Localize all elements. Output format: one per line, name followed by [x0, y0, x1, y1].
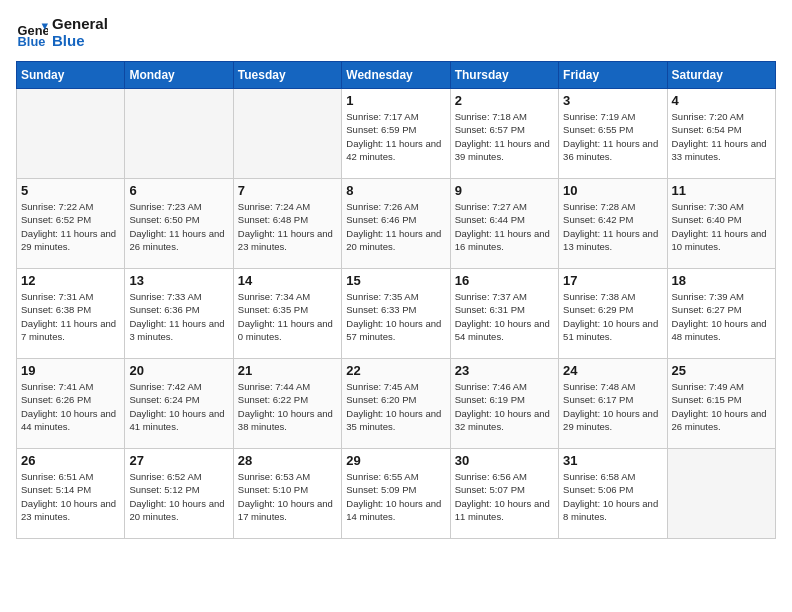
weekday-header-friday: Friday: [559, 62, 667, 89]
calendar-cell: 10Sunrise: 7:28 AMSunset: 6:42 PMDayligh…: [559, 179, 667, 269]
day-number: 28: [238, 453, 337, 468]
calendar-cell: 2Sunrise: 7:18 AMSunset: 6:57 PMDaylight…: [450, 89, 558, 179]
day-number: 31: [563, 453, 662, 468]
day-number: 20: [129, 363, 228, 378]
logo-general: General: [52, 16, 108, 33]
logo-icon: General Blue: [16, 17, 48, 49]
day-info: Sunrise: 7:46 AMSunset: 6:19 PMDaylight:…: [455, 380, 554, 433]
day-number: 3: [563, 93, 662, 108]
day-info: Sunrise: 7:41 AMSunset: 6:26 PMDaylight:…: [21, 380, 120, 433]
day-info: Sunrise: 7:39 AMSunset: 6:27 PMDaylight:…: [672, 290, 771, 343]
calendar-week-1: 1Sunrise: 7:17 AMSunset: 6:59 PMDaylight…: [17, 89, 776, 179]
day-info: Sunrise: 7:22 AMSunset: 6:52 PMDaylight:…: [21, 200, 120, 253]
svg-text:Blue: Blue: [18, 33, 46, 48]
day-info: Sunrise: 7:31 AMSunset: 6:38 PMDaylight:…: [21, 290, 120, 343]
day-info: Sunrise: 7:23 AMSunset: 6:50 PMDaylight:…: [129, 200, 228, 253]
calendar-cell: 23Sunrise: 7:46 AMSunset: 6:19 PMDayligh…: [450, 359, 558, 449]
calendar-cell: 29Sunrise: 6:55 AMSunset: 5:09 PMDayligh…: [342, 449, 450, 539]
calendar-cell: 24Sunrise: 7:48 AMSunset: 6:17 PMDayligh…: [559, 359, 667, 449]
weekday-header-tuesday: Tuesday: [233, 62, 341, 89]
calendar-cell: 30Sunrise: 6:56 AMSunset: 5:07 PMDayligh…: [450, 449, 558, 539]
calendar-cell: 19Sunrise: 7:41 AMSunset: 6:26 PMDayligh…: [17, 359, 125, 449]
day-info: Sunrise: 6:51 AMSunset: 5:14 PMDaylight:…: [21, 470, 120, 523]
weekday-header-thursday: Thursday: [450, 62, 558, 89]
calendar-cell: 3Sunrise: 7:19 AMSunset: 6:55 PMDaylight…: [559, 89, 667, 179]
calendar-cell: 14Sunrise: 7:34 AMSunset: 6:35 PMDayligh…: [233, 269, 341, 359]
day-number: 23: [455, 363, 554, 378]
day-info: Sunrise: 7:42 AMSunset: 6:24 PMDaylight:…: [129, 380, 228, 433]
day-info: Sunrise: 7:34 AMSunset: 6:35 PMDaylight:…: [238, 290, 337, 343]
day-number: 17: [563, 273, 662, 288]
calendar-cell: [667, 449, 775, 539]
day-info: Sunrise: 7:33 AMSunset: 6:36 PMDaylight:…: [129, 290, 228, 343]
weekday-header-saturday: Saturday: [667, 62, 775, 89]
day-number: 9: [455, 183, 554, 198]
weekday-header-sunday: Sunday: [17, 62, 125, 89]
calendar-cell: 28Sunrise: 6:53 AMSunset: 5:10 PMDayligh…: [233, 449, 341, 539]
day-number: 19: [21, 363, 120, 378]
calendar-cell: [233, 89, 341, 179]
calendar-cell: [125, 89, 233, 179]
day-info: Sunrise: 7:35 AMSunset: 6:33 PMDaylight:…: [346, 290, 445, 343]
day-number: 10: [563, 183, 662, 198]
calendar-cell: 17Sunrise: 7:38 AMSunset: 6:29 PMDayligh…: [559, 269, 667, 359]
day-number: 11: [672, 183, 771, 198]
day-info: Sunrise: 7:38 AMSunset: 6:29 PMDaylight:…: [563, 290, 662, 343]
day-number: 7: [238, 183, 337, 198]
calendar-cell: 15Sunrise: 7:35 AMSunset: 6:33 PMDayligh…: [342, 269, 450, 359]
day-info: Sunrise: 7:37 AMSunset: 6:31 PMDaylight:…: [455, 290, 554, 343]
day-number: 16: [455, 273, 554, 288]
day-number: 22: [346, 363, 445, 378]
day-info: Sunrise: 7:27 AMSunset: 6:44 PMDaylight:…: [455, 200, 554, 253]
day-number: 6: [129, 183, 228, 198]
calendar-week-5: 26Sunrise: 6:51 AMSunset: 5:14 PMDayligh…: [17, 449, 776, 539]
calendar-cell: 8Sunrise: 7:26 AMSunset: 6:46 PMDaylight…: [342, 179, 450, 269]
calendar-cell: 13Sunrise: 7:33 AMSunset: 6:36 PMDayligh…: [125, 269, 233, 359]
day-number: 8: [346, 183, 445, 198]
day-info: Sunrise: 6:53 AMSunset: 5:10 PMDaylight:…: [238, 470, 337, 523]
day-info: Sunrise: 7:49 AMSunset: 6:15 PMDaylight:…: [672, 380, 771, 433]
day-info: Sunrise: 7:18 AMSunset: 6:57 PMDaylight:…: [455, 110, 554, 163]
day-number: 29: [346, 453, 445, 468]
calendar-cell: 9Sunrise: 7:27 AMSunset: 6:44 PMDaylight…: [450, 179, 558, 269]
day-number: 12: [21, 273, 120, 288]
day-info: Sunrise: 7:19 AMSunset: 6:55 PMDaylight:…: [563, 110, 662, 163]
day-info: Sunrise: 6:58 AMSunset: 5:06 PMDaylight:…: [563, 470, 662, 523]
calendar-cell: 18Sunrise: 7:39 AMSunset: 6:27 PMDayligh…: [667, 269, 775, 359]
calendar-cell: 7Sunrise: 7:24 AMSunset: 6:48 PMDaylight…: [233, 179, 341, 269]
day-number: 13: [129, 273, 228, 288]
day-info: Sunrise: 7:24 AMSunset: 6:48 PMDaylight:…: [238, 200, 337, 253]
calendar-cell: 22Sunrise: 7:45 AMSunset: 6:20 PMDayligh…: [342, 359, 450, 449]
calendar-cell: 16Sunrise: 7:37 AMSunset: 6:31 PMDayligh…: [450, 269, 558, 359]
day-info: Sunrise: 7:26 AMSunset: 6:46 PMDaylight:…: [346, 200, 445, 253]
day-number: 18: [672, 273, 771, 288]
day-number: 14: [238, 273, 337, 288]
logo-blue: Blue: [52, 33, 108, 50]
day-info: Sunrise: 7:28 AMSunset: 6:42 PMDaylight:…: [563, 200, 662, 253]
day-number: 25: [672, 363, 771, 378]
calendar-week-2: 5Sunrise: 7:22 AMSunset: 6:52 PMDaylight…: [17, 179, 776, 269]
day-info: Sunrise: 6:56 AMSunset: 5:07 PMDaylight:…: [455, 470, 554, 523]
calendar-week-4: 19Sunrise: 7:41 AMSunset: 6:26 PMDayligh…: [17, 359, 776, 449]
day-info: Sunrise: 7:45 AMSunset: 6:20 PMDaylight:…: [346, 380, 445, 433]
calendar-week-3: 12Sunrise: 7:31 AMSunset: 6:38 PMDayligh…: [17, 269, 776, 359]
weekday-header-monday: Monday: [125, 62, 233, 89]
day-info: Sunrise: 7:44 AMSunset: 6:22 PMDaylight:…: [238, 380, 337, 433]
page-header: General Blue General Blue: [16, 16, 776, 49]
calendar-cell: 31Sunrise: 6:58 AMSunset: 5:06 PMDayligh…: [559, 449, 667, 539]
calendar-cell: 27Sunrise: 6:52 AMSunset: 5:12 PMDayligh…: [125, 449, 233, 539]
calendar-cell: 25Sunrise: 7:49 AMSunset: 6:15 PMDayligh…: [667, 359, 775, 449]
day-info: Sunrise: 6:55 AMSunset: 5:09 PMDaylight:…: [346, 470, 445, 523]
day-number: 1: [346, 93, 445, 108]
calendar-cell: [17, 89, 125, 179]
day-number: 5: [21, 183, 120, 198]
day-info: Sunrise: 7:17 AMSunset: 6:59 PMDaylight:…: [346, 110, 445, 163]
calendar-cell: 1Sunrise: 7:17 AMSunset: 6:59 PMDaylight…: [342, 89, 450, 179]
calendar-cell: 5Sunrise: 7:22 AMSunset: 6:52 PMDaylight…: [17, 179, 125, 269]
day-info: Sunrise: 7:30 AMSunset: 6:40 PMDaylight:…: [672, 200, 771, 253]
day-number: 27: [129, 453, 228, 468]
day-number: 30: [455, 453, 554, 468]
day-number: 24: [563, 363, 662, 378]
calendar-cell: 21Sunrise: 7:44 AMSunset: 6:22 PMDayligh…: [233, 359, 341, 449]
calendar-cell: 12Sunrise: 7:31 AMSunset: 6:38 PMDayligh…: [17, 269, 125, 359]
